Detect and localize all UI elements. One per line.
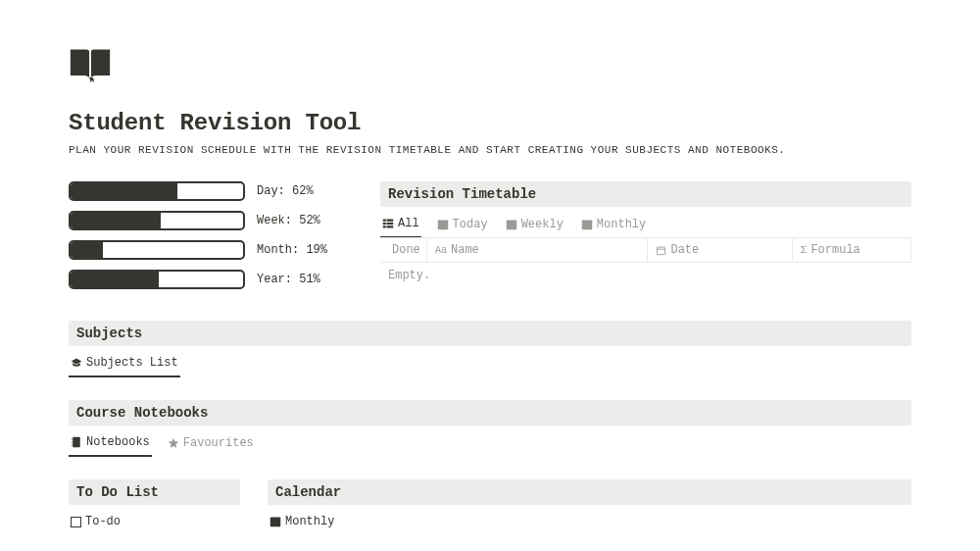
calendar-week-icon bbox=[506, 219, 517, 230]
tab-todo[interactable]: To-do bbox=[69, 511, 122, 534]
tab-today[interactable]: Today bbox=[435, 213, 490, 237]
tab-todo-label: To-do bbox=[85, 515, 121, 528]
progress-bar-fill bbox=[71, 213, 161, 228]
checkbox-icon bbox=[71, 517, 81, 527]
calendar-month-icon bbox=[581, 219, 593, 230]
notebook-icon bbox=[71, 436, 82, 448]
tab-all-label: All bbox=[398, 217, 419, 230]
svg-rect-13 bbox=[73, 437, 80, 448]
tab-favourites-label: Favourites bbox=[183, 436, 254, 450]
progress-row: Year: 51% bbox=[69, 270, 343, 289]
svg-rect-3 bbox=[387, 220, 394, 222]
notebooks-tabs: Notebooks Favourites bbox=[69, 431, 911, 458]
svg-rect-11 bbox=[658, 247, 665, 255]
page-title: Student Revision Tool bbox=[69, 110, 911, 136]
book-icon bbox=[69, 47, 911, 88]
calendar-tabs: Monthly bbox=[268, 511, 911, 535]
star-icon bbox=[168, 437, 179, 449]
col-done[interactable]: Done bbox=[380, 238, 427, 262]
tab-favourites[interactable]: Favourites bbox=[166, 431, 256, 457]
progress-label: Week: 52% bbox=[257, 214, 320, 227]
subjects-tabs: Subjects List bbox=[69, 352, 911, 378]
empty-state: Empty. bbox=[380, 263, 911, 288]
progress-label: Day: 62% bbox=[257, 184, 314, 198]
svg-rect-5 bbox=[387, 225, 394, 227]
text-icon: Aa bbox=[435, 245, 447, 256]
progress-bar bbox=[69, 270, 245, 289]
calendar-icon bbox=[270, 516, 281, 527]
table-header: Done Aa Name Date Σ Formula bbox=[380, 237, 911, 263]
calendar-header: Calendar bbox=[268, 479, 911, 505]
tab-subjects-list-label: Subjects List bbox=[86, 356, 178, 370]
svg-rect-17 bbox=[270, 518, 281, 527]
svg-rect-9 bbox=[582, 220, 593, 229]
tab-notebooks[interactable]: Notebooks bbox=[69, 431, 152, 457]
tab-notebooks-label: Notebooks bbox=[86, 435, 150, 449]
col-formula[interactable]: Σ Formula bbox=[793, 238, 911, 262]
list-icon bbox=[382, 218, 394, 229]
tab-calendar-monthly[interactable]: Monthly bbox=[268, 511, 336, 534]
progress-bar-fill bbox=[71, 183, 177, 199]
svg-rect-1 bbox=[383, 223, 386, 225]
progress-bar bbox=[69, 211, 245, 230]
progress-row: Week: 52% bbox=[69, 211, 343, 230]
svg-rect-2 bbox=[383, 225, 386, 227]
svg-rect-4 bbox=[387, 223, 394, 225]
todolist-header: To Do List bbox=[69, 479, 240, 505]
calendar-icon bbox=[656, 245, 666, 256]
tab-weekly[interactable]: Weekly bbox=[504, 213, 565, 237]
tab-subjects-list[interactable]: Subjects List bbox=[69, 352, 180, 377]
sigma-icon: Σ bbox=[801, 244, 808, 256]
progress-bar bbox=[69, 240, 245, 260]
progress-row: Month: 19% bbox=[69, 240, 343, 260]
col-date[interactable]: Date bbox=[648, 238, 792, 262]
notebooks-header: Course Notebooks bbox=[69, 400, 911, 426]
page-subtitle: PLAN YOUR REVISION SCHEDULE WITH THE REV… bbox=[69, 144, 911, 156]
col-formula-label: Formula bbox=[810, 243, 859, 257]
col-name-label: Name bbox=[451, 243, 479, 257]
timetable-header: Revision Timetable bbox=[380, 181, 911, 207]
svg-rect-8 bbox=[506, 220, 516, 229]
subjects-header: Subjects bbox=[69, 321, 911, 346]
progress-bar bbox=[69, 181, 245, 201]
progress-label: Year: 51% bbox=[257, 273, 320, 286]
tab-monthly[interactable]: Monthly bbox=[579, 213, 648, 237]
tab-weekly-label: Weekly bbox=[521, 218, 564, 231]
timetable-tabs: All Today Weekly Monthly bbox=[380, 213, 911, 238]
progress-bar-fill bbox=[71, 242, 103, 258]
tab-all[interactable]: All bbox=[380, 213, 421, 237]
tab-monthly-label: Monthly bbox=[597, 218, 646, 231]
svg-rect-7 bbox=[437, 220, 448, 222]
svg-rect-0 bbox=[383, 220, 386, 222]
col-date-label: Date bbox=[670, 243, 699, 257]
todolist-tabs: To-do bbox=[69, 511, 240, 535]
progress-bar-fill bbox=[71, 272, 159, 287]
calendar-day-icon bbox=[437, 219, 449, 230]
progress-row: Day: 62% bbox=[69, 181, 343, 201]
progress-label: Month: 19% bbox=[257, 243, 327, 257]
tab-today-label: Today bbox=[453, 218, 488, 231]
tab-calendar-monthly-label: Monthly bbox=[285, 515, 334, 528]
col-name[interactable]: Aa Name bbox=[427, 238, 648, 262]
col-done-label: Done bbox=[392, 243, 420, 257]
graduation-cap-icon bbox=[71, 357, 82, 369]
